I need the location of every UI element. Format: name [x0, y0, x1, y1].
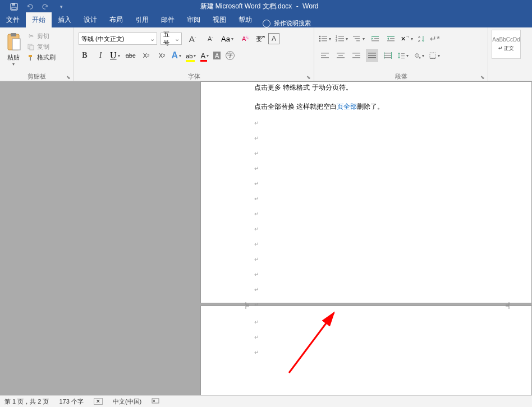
svg-rect-8	[29, 55, 32, 57]
status-language[interactable]: 中文(中国)	[113, 397, 141, 406]
align-center-icon	[337, 52, 345, 59]
redo-icon[interactable]	[42, 3, 49, 11]
align-justify-icon	[368, 52, 376, 59]
group-font: 等线 (中文正文) ⌄ 五号 ⌄ Aˆ Aˇ Aa▾ A 变w A	[74, 27, 314, 81]
paragraph-dialog-launcher[interactable]: ⬊	[480, 75, 486, 80]
style-normal[interactable]: AaBbCcDd ↵ 正文	[492, 30, 521, 59]
svg-rect-43	[352, 57, 360, 58]
bullets-button[interactable]: ▾	[319, 35, 332, 43]
italic-button[interactable]: I	[94, 49, 107, 62]
show-marks-button[interactable]: ↵*	[429, 32, 441, 45]
chevron-down-icon: ⌄	[148, 35, 157, 43]
line-spacing-button[interactable]: ▾	[397, 52, 410, 59]
bullets-icon	[319, 35, 328, 43]
change-case-button[interactable]: Aa▾	[221, 35, 235, 43]
grow-font-button[interactable]: Aˆ	[185, 32, 200, 45]
paragraph-mark: ↵	[254, 270, 478, 279]
font-size-combo[interactable]: 五号 ⌄	[160, 33, 182, 45]
underline-button[interactable]: U▾	[110, 50, 121, 61]
tab-help[interactable]: 帮助	[232, 12, 258, 27]
paragraph-mark: ↵	[254, 239, 478, 249]
save-icon[interactable]	[10, 3, 18, 11]
status-close-icon[interactable]: ✕	[94, 398, 103, 405]
tab-insert[interactable]: 插入	[52, 12, 77, 27]
font-color-button[interactable]: A ▾	[200, 50, 210, 61]
svg-rect-24	[353, 36, 360, 37]
shrink-font-button[interactable]: Aˇ	[203, 32, 218, 45]
character-shading-button[interactable]: A	[213, 52, 221, 59]
align-center-button[interactable]	[334, 49, 347, 62]
borders-button[interactable]: ▾	[429, 52, 441, 59]
paste-button[interactable]: 粘贴 ▾	[2, 30, 25, 72]
align-justify-button[interactable]	[366, 49, 378, 62]
align-right-button[interactable]	[350, 49, 363, 62]
status-wordcount[interactable]: 173 个字	[59, 397, 83, 406]
customize-qat-icon[interactable]: ▾	[57, 3, 65, 11]
tab-view[interactable]: 视图	[207, 12, 232, 27]
paragraph-mark: ↵	[254, 332, 478, 342]
shading-button[interactable]: ▾	[413, 52, 425, 59]
tab-layout[interactable]: 布局	[103, 12, 129, 27]
distribute-button[interactable]	[382, 49, 394, 62]
decrease-indent-button[interactable]	[369, 32, 382, 45]
strikethrough-button[interactable]: abc	[125, 49, 137, 62]
chevron-down-icon: ▾	[11, 62, 16, 67]
text-effects-button[interactable]: A▾	[172, 50, 183, 61]
paragraph-mark: ↵	[254, 224, 478, 234]
undo-icon[interactable]	[26, 3, 34, 11]
svg-rect-29	[372, 40, 379, 41]
svg-rect-9	[30, 57, 31, 61]
character-border-button[interactable]: A	[268, 33, 279, 44]
svg-rect-60	[153, 400, 155, 402]
cut-button[interactable]: ✂ 剪切	[27, 32, 56, 40]
paste-label: 粘贴	[7, 53, 20, 62]
enclose-characters-button[interactable]: 字	[224, 49, 236, 62]
bold-button[interactable]: B	[79, 49, 91, 62]
ribbon-tabs: 文件 开始 插入 设计 布局 引用 邮件 审阅 视图 帮助 操作说明搜索	[0, 13, 532, 27]
highlight-button[interactable]: ab ▾	[186, 50, 197, 61]
multilevel-list-button[interactable]: ▾	[352, 35, 366, 43]
document-page-1[interactable]: 点击更多 特殊格式 于动分页符。 点击全部替换 这样就把空白页全部删除了。 ↵ …	[200, 81, 532, 303]
increase-indent-button[interactable]	[385, 32, 397, 45]
font-name-combo[interactable]: 等线 (中文正文) ⌄	[79, 33, 157, 45]
asian-layout-button[interactable]: ✕→▾	[401, 35, 414, 43]
tab-references[interactable]: 引用	[129, 12, 155, 27]
tab-review[interactable]: 审阅	[181, 12, 207, 27]
font-dialog-launcher[interactable]: ⬊	[306, 75, 312, 80]
svg-rect-23	[338, 40, 344, 41]
document-workspace: 点击更多 特殊格式 于动分页符。 点击全部替换 这样就把空白页全部删除了。 ↵ …	[0, 81, 532, 395]
status-macro-icon[interactable]	[152, 397, 159, 405]
numbering-button[interactable]: 123 ▾	[336, 35, 349, 43]
format-painter-button[interactable]: 格式刷	[27, 53, 56, 62]
chevron-down-icon: ⌄	[173, 35, 181, 43]
tell-me-search[interactable]: 操作说明搜索	[258, 19, 315, 27]
superscript-button[interactable]: X2	[156, 49, 168, 62]
sort-button[interactable]: AZ	[418, 35, 425, 43]
document-page-2[interactable]: ↵ ↵ ↵	[200, 306, 532, 407]
paragraph-mark: ↵	[254, 164, 478, 173]
svg-point-16	[319, 40, 320, 41]
tab-home[interactable]: 开始	[26, 12, 52, 27]
align-left-button[interactable]	[319, 49, 331, 62]
clipboard-dialog-launcher[interactable]: ⬊	[66, 75, 72, 80]
copy-button[interactable]: 复制	[27, 43, 56, 51]
statusbar: 第 1 页，共 2 页 173 个字 ✕ 中文(中国)	[0, 395, 532, 407]
clear-format-button[interactable]: A	[238, 32, 253, 45]
indent-icon	[387, 35, 396, 43]
doc-line-1: 点击更多 特殊格式 于动分页符。	[254, 82, 478, 93]
tab-mail[interactable]: 邮件	[155, 12, 181, 27]
status-page[interactable]: 第 1 页，共 2 页	[4, 397, 49, 406]
doc-title: 新建 Microsoft Word 文档.docx	[200, 2, 292, 10]
paragraph-mark: ↵	[254, 133, 478, 143]
tab-design[interactable]: 设计	[77, 12, 103, 27]
distribute-icon	[384, 52, 392, 59]
tab-file[interactable]: 文件	[0, 12, 26, 27]
doc-link[interactable]: 页全部	[337, 103, 357, 110]
font-size-value: 五号	[163, 30, 173, 47]
paragraph-mark: ↵	[254, 285, 478, 294]
svg-text:3: 3	[336, 39, 337, 43]
svg-rect-40	[337, 57, 345, 58]
subscript-button[interactable]: X2	[140, 49, 153, 62]
phonetic-guide-button[interactable]: 变w	[256, 35, 265, 43]
svg-rect-53	[401, 55, 405, 56]
